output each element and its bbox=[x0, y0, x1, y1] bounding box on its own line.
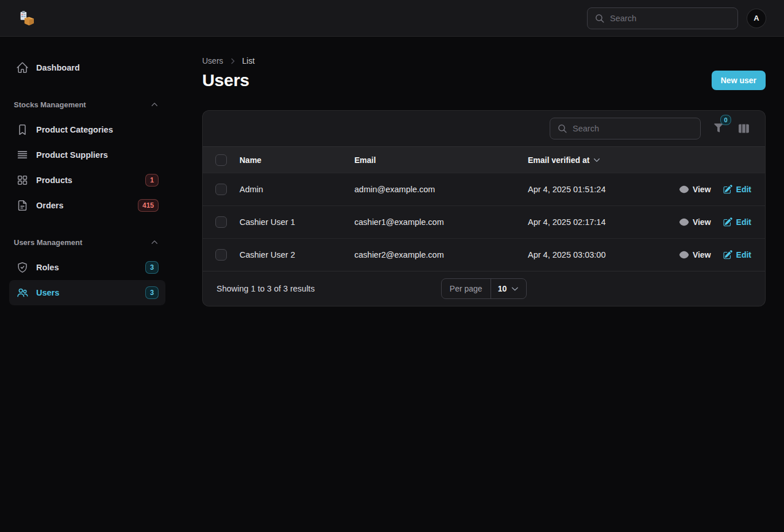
pencil-square-icon bbox=[723, 250, 733, 260]
view-action[interactable]: View bbox=[679, 184, 711, 195]
queue-list-icon bbox=[16, 149, 29, 161]
row-checkbox[interactable] bbox=[215, 216, 227, 228]
chevron-up-icon bbox=[150, 100, 159, 108]
edit-label: Edit bbox=[736, 250, 751, 259]
sidebar-badge: 3 bbox=[145, 261, 159, 274]
search-icon bbox=[557, 123, 567, 134]
select-all-checkbox[interactable] bbox=[215, 154, 227, 166]
sidebar-badge: 1 bbox=[145, 174, 159, 187]
row-actions: View Edit bbox=[679, 184, 751, 195]
view-action[interactable]: View bbox=[679, 250, 711, 260]
chevron-right-icon bbox=[229, 57, 237, 65]
edit-action[interactable]: Edit bbox=[723, 250, 751, 260]
sidebar-item-products[interactable]: Products 1 bbox=[9, 168, 165, 193]
sidebar-item-users[interactable]: Users 3 bbox=[9, 280, 165, 305]
cell-email: admin@example.com bbox=[354, 185, 528, 194]
sidebar-item-label: Products bbox=[36, 176, 72, 185]
sidebar-item-dashboard[interactable]: Dashboard bbox=[9, 55, 165, 80]
sort-chevron-down-icon bbox=[593, 156, 601, 164]
document-text-icon bbox=[16, 199, 29, 212]
per-page-label: Per page bbox=[442, 279, 491, 298]
row-actions: View Edit bbox=[679, 217, 751, 227]
edit-label: Edit bbox=[736, 218, 751, 227]
table-row: Cashier User 2 cashier2@example.com Apr … bbox=[203, 238, 765, 271]
sidebar-item-label: Product Suppliers bbox=[36, 150, 108, 160]
user-avatar[interactable]: A bbox=[747, 9, 766, 28]
eye-icon bbox=[679, 217, 689, 227]
eye-icon bbox=[679, 250, 689, 260]
cell-email-verified-at: Apr 4, 2025 01:51:24 bbox=[528, 185, 679, 194]
users-table-card: 0 Name Email Email verified at bbox=[202, 110, 766, 306]
column-header-email: Email bbox=[354, 156, 528, 165]
sidebar-item-label: Dashboard bbox=[36, 63, 80, 72]
home-icon bbox=[16, 61, 29, 74]
page-header: Users New user bbox=[202, 71, 766, 90]
sidebar-item-roles[interactable]: Roles 3 bbox=[9, 255, 165, 280]
sidebar-item-label: Roles bbox=[36, 263, 59, 272]
squares-2x2-icon bbox=[16, 174, 29, 187]
table-toolbar: 0 bbox=[203, 111, 765, 146]
column-header-label: Name bbox=[240, 156, 261, 165]
sidebar-item-orders[interactable]: Orders 415 bbox=[9, 193, 165, 218]
table-search-input[interactable] bbox=[573, 124, 693, 133]
results-summary: Showing 1 to 3 of 3 results bbox=[217, 284, 441, 293]
page-title: Users bbox=[202, 71, 249, 90]
breadcrumb-list: List bbox=[242, 56, 255, 65]
table-row: Admin admin@example.com Apr 4, 2025 01:5… bbox=[203, 173, 765, 205]
per-page-value: 10 bbox=[498, 284, 507, 293]
filters-button[interactable]: 0 bbox=[711, 121, 726, 136]
view-label: View bbox=[693, 250, 711, 259]
users-icon bbox=[16, 286, 29, 299]
view-action[interactable]: View bbox=[679, 217, 711, 227]
column-header-label: Email verified at bbox=[528, 156, 589, 165]
cell-email-verified-at: Apr 4, 2025 03:03:00 bbox=[528, 250, 679, 259]
pencil-square-icon bbox=[723, 184, 733, 195]
bookmark-icon bbox=[16, 123, 29, 136]
cell-name: Cashier User 1 bbox=[240, 218, 354, 227]
shield-check-icon bbox=[16, 261, 29, 274]
sidebar-badge: 415 bbox=[138, 199, 159, 212]
breadcrumb: Users List bbox=[202, 56, 766, 65]
sidebar-badge: 3 bbox=[145, 286, 159, 299]
new-user-button[interactable]: New user bbox=[712, 71, 766, 90]
global-search[interactable] bbox=[587, 7, 738, 29]
sidebar-item-product-categories[interactable]: Product Categories bbox=[9, 117, 165, 142]
cell-name: Cashier User 2 bbox=[240, 250, 354, 259]
cell-email: cashier2@example.com bbox=[354, 250, 528, 259]
topbar: A bbox=[0, 0, 784, 37]
view-label: View bbox=[693, 218, 711, 227]
group-label: Stocks Management bbox=[14, 100, 86, 109]
breadcrumb-users[interactable]: Users bbox=[202, 56, 223, 65]
group-header-users-management[interactable]: Users Management bbox=[9, 236, 165, 248]
sidebar-item-label: Orders bbox=[36, 201, 64, 210]
filters-count-badge: 0 bbox=[720, 115, 731, 125]
edit-label: Edit bbox=[736, 185, 751, 194]
global-search-input[interactable] bbox=[610, 14, 731, 23]
row-checkbox[interactable] bbox=[215, 184, 227, 195]
cell-name: Admin bbox=[240, 185, 354, 194]
per-page-select[interactable]: Per page 10 bbox=[441, 278, 527, 299]
column-header-name: Name bbox=[240, 156, 354, 165]
app-logo-icon[interactable] bbox=[18, 10, 36, 27]
sidebar-group-users-management: Users Management Roles 3 Users 3 bbox=[9, 236, 165, 305]
sidebar-item-product-suppliers[interactable]: Product Suppliers bbox=[9, 142, 165, 168]
main-content: Users List Users New user 0 bbox=[184, 37, 784, 532]
column-header-email-verified-at[interactable]: Email verified at bbox=[528, 156, 751, 165]
sidebar-group-stocks-management: Stocks Management Product Categories Pro… bbox=[9, 99, 165, 218]
cell-email-verified-at: Apr 4, 2025 02:17:14 bbox=[528, 218, 679, 227]
table-search[interactable] bbox=[550, 118, 701, 139]
row-actions: View Edit bbox=[679, 250, 751, 260]
edit-action[interactable]: Edit bbox=[723, 184, 751, 195]
toggle-columns-button[interactable] bbox=[736, 121, 751, 136]
view-columns-icon bbox=[737, 122, 750, 135]
edit-action[interactable]: Edit bbox=[723, 217, 751, 227]
column-header-label: Email bbox=[354, 156, 376, 165]
table-header-row: Name Email Email verified at bbox=[203, 146, 765, 173]
group-header-stocks-management[interactable]: Stocks Management bbox=[9, 99, 165, 110]
sidebar-item-label: Product Categories bbox=[36, 125, 113, 134]
avatar-initial: A bbox=[754, 14, 759, 22]
row-checkbox[interactable] bbox=[215, 249, 227, 261]
search-icon bbox=[594, 13, 605, 24]
view-label: View bbox=[693, 185, 711, 194]
chevron-up-icon bbox=[150, 238, 159, 246]
